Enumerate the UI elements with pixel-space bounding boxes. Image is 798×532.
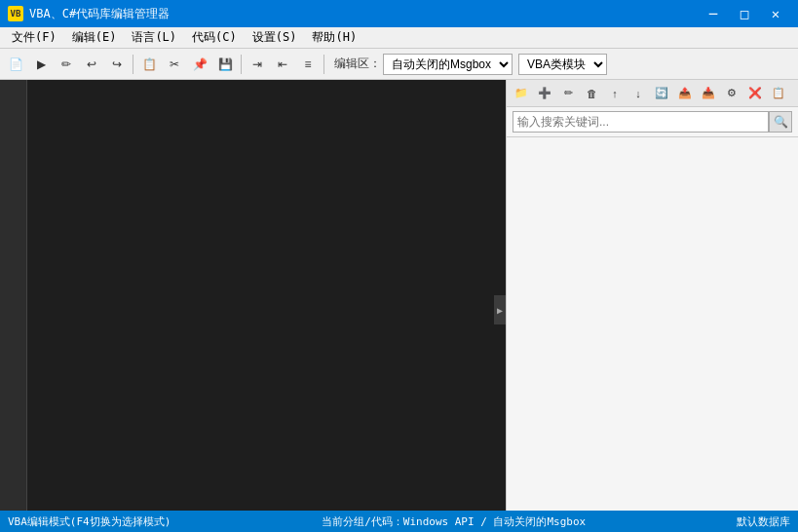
toolbar-save[interactable]: 💾: [213, 53, 237, 76]
rt-btn-12[interactable]: 📋: [768, 83, 789, 104]
status-bar: VBA编辑模式(F4切换为选择模式) 当前分组/代码：Windows API /…: [0, 511, 798, 532]
panel-collapse-arrow[interactable]: ▶: [494, 295, 506, 324]
search-button[interactable]: 🔍: [769, 111, 792, 133]
rt-btn-4[interactable]: 🗑: [581, 83, 602, 104]
title-bar: VB VBA、C#代码库编辑管理器 ─ □ ✕: [0, 0, 798, 27]
maximize-button[interactable]: □: [730, 0, 759, 27]
minimize-button[interactable]: ─: [699, 0, 728, 27]
close-button[interactable]: ✕: [761, 0, 790, 27]
app-title: VBA、C#代码库编辑管理器: [29, 6, 170, 22]
app-icon: VB: [8, 6, 23, 21]
menu-settings[interactable]: 设置(S): [245, 27, 305, 48]
toolbar-run[interactable]: ▶: [29, 53, 53, 76]
rt-btn-7[interactable]: 🔄: [651, 83, 672, 104]
status-center: 当前分组/代码：Windows API / 自动关闭的Msgbox: [322, 514, 586, 529]
toolbar-sep2: [241, 55, 242, 74]
search-bar: 🔍: [507, 107, 798, 137]
right-panel: 📁 ➕ ✏ 🗑 ↑ ↓ 🔄 📤 📥 ⚙ ❌ 📋 🔍: [506, 80, 798, 511]
rt-btn-8[interactable]: 📤: [674, 83, 696, 104]
rt-btn-6[interactable]: ↓: [627, 83, 649, 104]
menu-edit[interactable]: 编辑(E): [64, 27, 125, 48]
rt-btn-10[interactable]: ⚙: [721, 83, 742, 104]
status-left: VBA编辑模式(F4切换为选择模式): [8, 514, 171, 529]
editor-area: ▶: [0, 80, 506, 511]
toolbar-undo[interactable]: ↩: [80, 53, 103, 76]
toolbar-format[interactable]: ≡: [296, 53, 320, 76]
right-toolbar: 📁 ➕ ✏ 🗑 ↑ ↓ 🔄 📤 📥 ⚙ ❌ 📋: [507, 80, 798, 107]
code-editor[interactable]: [27, 80, 506, 511]
rt-btn-1[interactable]: 📁: [511, 83, 532, 104]
menu-file[interactable]: 文件(F): [4, 27, 64, 48]
toolbar-edit[interactable]: ✏: [55, 53, 78, 76]
menu-help[interactable]: 帮助(H): [304, 27, 364, 48]
toolbar-outdent[interactable]: ⇤: [271, 53, 294, 76]
rt-btn-11[interactable]: ❌: [744, 83, 766, 104]
toolbar-copy[interactable]: 📋: [137, 53, 161, 76]
toolbar-paste[interactable]: 📌: [188, 53, 211, 76]
menu-bar: 文件(F) 编辑(E) 语言(L) 代码(C) 设置(S) 帮助(H): [0, 27, 798, 49]
toolbar-cut[interactable]: ✂: [163, 53, 186, 76]
category-list: [507, 137, 798, 511]
rt-btn-5[interactable]: ↑: [604, 83, 626, 104]
line-numbers: [0, 80, 27, 511]
toolbar-new[interactable]: 📄: [4, 53, 27, 76]
menu-code[interactable]: 代码(C): [184, 27, 245, 48]
search-input[interactable]: [513, 111, 769, 133]
module-dropdown[interactable]: VBA类模块: [518, 54, 607, 75]
editor-zone-dropdown[interactable]: 自动关闭的Msgbox: [383, 54, 513, 75]
toolbar: 📄 ▶ ✏ ↩ ↪ 📋 ✂ 📌 💾 ⇥ ⇤ ≡ 编辑区： 自动关闭的Msgbox…: [0, 49, 798, 80]
main-area: ▶ 📁 ➕ ✏ 🗑 ↑ ↓ 🔄 📤 📥 ⚙ ❌ 📋 🔍: [0, 80, 798, 511]
window-controls: ─ □ ✕: [699, 0, 790, 27]
editor-zone-label: 编辑区：: [334, 56, 381, 72]
rt-btn-3[interactable]: ✏: [557, 83, 579, 104]
toolbar-sep1: [133, 55, 133, 74]
rt-btn-2[interactable]: ➕: [534, 83, 555, 104]
toolbar-indent[interactable]: ⇥: [246, 53, 269, 76]
status-right: 默认数据库: [737, 514, 790, 529]
rt-btn-9[interactable]: 📥: [698, 83, 719, 104]
toolbar-sep3: [323, 55, 324, 74]
code-container[interactable]: [0, 80, 506, 511]
toolbar-redo[interactable]: ↪: [105, 53, 129, 76]
menu-language[interactable]: 语言(L): [124, 27, 184, 48]
